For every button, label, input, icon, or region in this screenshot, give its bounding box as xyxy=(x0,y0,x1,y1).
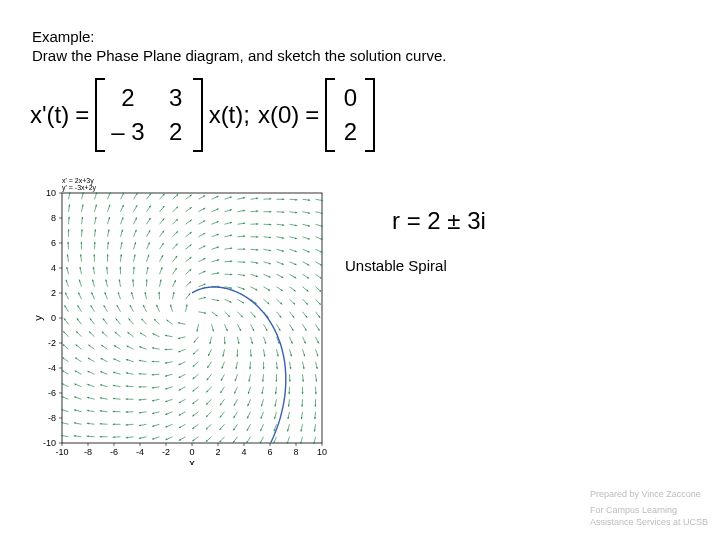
svg-text:-10: -10 xyxy=(55,447,68,457)
svg-marker-114 xyxy=(79,280,81,282)
equals-1: = xyxy=(75,101,89,129)
footer-line3: Assistance Services at UCSB xyxy=(590,516,708,528)
svg-text:-2: -2 xyxy=(162,447,170,457)
svg-marker-768 xyxy=(295,199,297,201)
svg-marker-280 xyxy=(134,242,136,244)
svg-text:-8: -8 xyxy=(48,413,56,423)
svg-marker-622 xyxy=(249,367,251,369)
equals-2: = xyxy=(305,101,319,129)
svg-marker-172 xyxy=(100,423,102,425)
svg-marker-814 xyxy=(314,417,316,419)
ic2: 2 xyxy=(339,118,361,146)
footer-line1: Prepared by Vince Zaccone xyxy=(590,488,708,500)
initial-vector: 0 2 xyxy=(331,80,369,150)
svg-marker-802 xyxy=(308,238,310,240)
svg-marker-726 xyxy=(282,211,284,213)
svg-marker-254 xyxy=(126,411,128,413)
svg-text:10: 10 xyxy=(46,188,56,198)
svg-marker-738 xyxy=(288,392,290,394)
svg-marker-158 xyxy=(93,254,95,256)
svg-marker-556 xyxy=(230,273,232,275)
svg-marker-236 xyxy=(119,267,121,269)
svg-marker-296 xyxy=(139,399,141,401)
classification-label: Unstable Spiral xyxy=(345,257,447,274)
svg-marker-666 xyxy=(264,342,266,344)
svg-marker-568 xyxy=(230,197,232,199)
svg-marker-740 xyxy=(289,380,291,382)
svg-marker-298 xyxy=(139,386,141,388)
svg-marker-340 xyxy=(152,374,154,376)
svg-marker-206 xyxy=(108,205,110,207)
svg-marker-258 xyxy=(126,385,128,387)
svg-marker-760 xyxy=(295,250,297,252)
svg-marker-74 xyxy=(66,280,68,282)
svg-text:-2: -2 xyxy=(48,338,56,348)
svg-marker-314 xyxy=(146,279,148,281)
svg-marker-80 xyxy=(67,242,69,244)
phase-plane-svg: x' = 2x+3yy' = -3x+2y-10-8-6-4-20246810-… xyxy=(30,175,330,465)
svg-marker-138 xyxy=(87,384,89,386)
header-line2: Draw the Phase Plane diagram, and sketch… xyxy=(32,47,446,66)
svg-marker-522 xyxy=(217,234,219,236)
svg-text:0: 0 xyxy=(51,313,56,323)
svg-text:y: y xyxy=(32,315,44,321)
svg-marker-728 xyxy=(282,198,284,200)
svg-text:-4: -4 xyxy=(48,363,56,373)
example-header: Example: Draw the Phase Plane diagram, a… xyxy=(32,28,446,66)
svg-marker-700 xyxy=(275,380,277,382)
svg-marker-662 xyxy=(263,367,265,369)
svg-text:8: 8 xyxy=(293,447,298,457)
svg-marker-170 xyxy=(100,436,102,438)
svg-marker-210 xyxy=(113,436,115,438)
svg-marker-778 xyxy=(302,392,304,394)
svg-marker-122 xyxy=(81,229,83,231)
a21: – 3 xyxy=(111,118,144,146)
svg-marker-304 xyxy=(139,346,141,348)
a12: 3 xyxy=(165,84,187,112)
coefficient-matrix: 2 3 – 3 2 xyxy=(101,80,196,150)
svg-marker-82 xyxy=(68,229,70,231)
svg-marker-214 xyxy=(113,411,115,413)
ic-lhs: x(0) xyxy=(258,101,299,129)
svg-marker-816 xyxy=(314,405,316,407)
svg-marker-376 xyxy=(165,400,167,402)
svg-marker-624 xyxy=(250,355,252,357)
svg-text:-8: -8 xyxy=(84,447,92,457)
svg-marker-342 xyxy=(152,361,154,363)
svg-marker-558 xyxy=(230,260,232,262)
svg-marker-688 xyxy=(269,198,271,200)
xprime-symbol: x'(t) xyxy=(30,101,69,129)
svg-marker-378 xyxy=(165,388,167,390)
footer-line2: For Campus Learning xyxy=(590,504,708,516)
svg-marker-640 xyxy=(256,249,258,251)
svg-marker-600 xyxy=(243,248,245,250)
svg-text:6: 6 xyxy=(51,238,56,248)
svg-marker-330 xyxy=(152,438,154,440)
svg-text:-4: -4 xyxy=(136,447,144,457)
attribution-footer: Prepared by Vince Zaccone For Campus Lea… xyxy=(590,488,708,528)
svg-marker-120 xyxy=(80,242,82,244)
svg-marker-642 xyxy=(256,236,258,238)
svg-marker-256 xyxy=(126,398,128,400)
svg-marker-644 xyxy=(256,223,258,225)
svg-marker-160 xyxy=(94,242,96,244)
svg-marker-824 xyxy=(316,354,318,356)
svg-marker-274 xyxy=(132,279,134,281)
ic1: 0 xyxy=(339,84,361,112)
svg-text:6: 6 xyxy=(267,447,272,457)
svg-marker-546 xyxy=(224,342,226,344)
svg-marker-300 xyxy=(139,373,141,375)
svg-marker-686 xyxy=(269,211,271,213)
svg-marker-784 xyxy=(303,354,305,356)
svg-text:2: 2 xyxy=(215,447,220,457)
svg-marker-594 xyxy=(243,288,245,290)
svg-text:-6: -6 xyxy=(48,388,56,398)
svg-text:4: 4 xyxy=(51,263,56,273)
svg-marker-84 xyxy=(68,217,70,219)
svg-marker-602 xyxy=(243,235,245,237)
svg-marker-352 xyxy=(158,292,160,294)
x-of-t: x(t); xyxy=(209,101,250,129)
svg-text:x: x xyxy=(189,457,195,465)
svg-text:10: 10 xyxy=(317,447,327,457)
eigenvalue-expression: r = 2 ± 3i xyxy=(392,207,486,235)
